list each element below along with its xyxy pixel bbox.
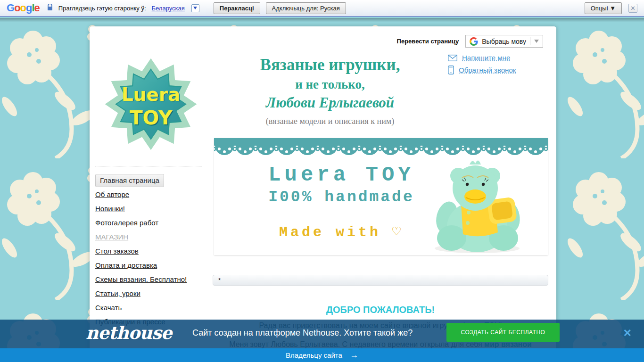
phone-icon [448,66,454,74]
translate-page-label: Перевести страницу [397,38,459,45]
sidebar-item-free-patterns[interactable]: Схемы вязания. Бесплатно! [95,275,187,283]
google-translate-bar: Google Праглядзець гэтую старонку ў: Бел… [0,0,644,17]
envelope-icon [448,55,457,61]
sidebar-item-gallery[interactable]: Фотогалерея работ [95,219,158,227]
nethouse-logo-hat: ˆ [89,316,95,330]
callback-link[interactable]: Обратный звонок [459,66,516,74]
nethouse-promo-banner: ˆnethouse Сайт создан на платформе Netho… [0,320,644,348]
title-subtitle: (вязаные модели и описания к ним) [219,114,441,128]
language-dropdown-button[interactable] [191,4,199,12]
header-banner-image: Luera TOY I00% handmade Made with ♡ [214,138,548,255]
choose-language-label: Выбраць мову [482,38,526,45]
lock-icon [47,4,53,13]
google-g-icon [470,37,478,46]
callback-row: Обратный звонок [448,66,516,74]
close-translate-bar-button[interactable]: ✕ [628,4,637,13]
page: Google Праглядзець гэтую старонку ў: Бел… [0,0,644,362]
title-line-1: Вязаные игрушки, [219,55,441,75]
site-owner-bar[interactable]: Владельцу сайта → [0,348,644,362]
create-site-button[interactable]: СОЗДАТЬ САЙТ БЕСПЛАТНО [446,323,560,342]
close-banner-icon[interactable]: ✕ [623,327,632,339]
nethouse-logo[interactable]: ˆnethouse [86,322,172,343]
site-logo[interactable]: Luera Luera TOY TOY [103,52,199,156]
owner-label: Владельцу сайта [286,351,342,359]
star-toolbar[interactable]: * [213,275,548,286]
top-shadow [0,18,644,22]
sidebar-item-home[interactable]: Главная страница [95,173,208,188]
options-button[interactable]: Опцыі ▼ [585,2,622,14]
choose-language-select[interactable]: Выбраць мову [465,35,543,48]
write-me-link[interactable]: Напишите мне [462,54,510,62]
knitted-toy-photo [417,157,542,254]
sidebar-separator [95,166,202,166]
sidebar-item-payment-delivery[interactable]: Оплата и доставка [95,261,157,269]
sidebar-item-shop[interactable]: МАГАЗИН [95,233,128,241]
sidebar-menu: Главная страница Об авторе Новинки! Фото… [95,173,208,343]
sidebar-item-articles[interactable]: Статьи, уроки [95,289,140,297]
nethouse-message: Сайт создан на платформе Nethouse. Хотит… [192,328,413,338]
main-content-card: Перевести страницу Выбраць мову [90,26,556,362]
logo-text-line1: Luera [122,84,180,105]
translate-prompt-text: Праглядзець гэтую старонку ў: [58,5,146,12]
language-link[interactable]: Беларуская [152,5,185,12]
title-line-2: и не только, [219,75,441,93]
sidebar-item-orders[interactable]: Стол заказов [95,247,139,255]
sidebar-item-download[interactable]: Скачать [95,304,122,312]
google-logo: Google [7,2,40,14]
site-title: Вязаные игрушки, и не только, Любови Ерл… [219,55,441,128]
title-line-3: Любови Ерлыгаевой [219,93,441,112]
disable-translate-button[interactable]: Адключыць для: Руская [266,2,346,14]
sidebar-item-about[interactable]: Об авторе [95,190,129,198]
sidebar-item-news[interactable]: Новинки! [95,205,125,213]
translate-button[interactable]: Перакласці [214,2,260,14]
welcome-heading: ДОБРО ПОЖАЛОВАТЬ! [213,304,548,315]
logo-text-line2: TOY [130,107,173,129]
contact-links: Напишите мне Обратный звонок [448,54,516,74]
chevron-down-icon [193,7,197,9]
widget-divider [530,37,530,45]
lace-border [214,138,548,159]
arrow-right-icon: → [350,350,358,360]
page-translate-row: Перевести страницу Выбраць мову [90,35,556,48]
chevron-down-icon [534,40,539,43]
write-me-row: Напишите мне [448,54,516,62]
